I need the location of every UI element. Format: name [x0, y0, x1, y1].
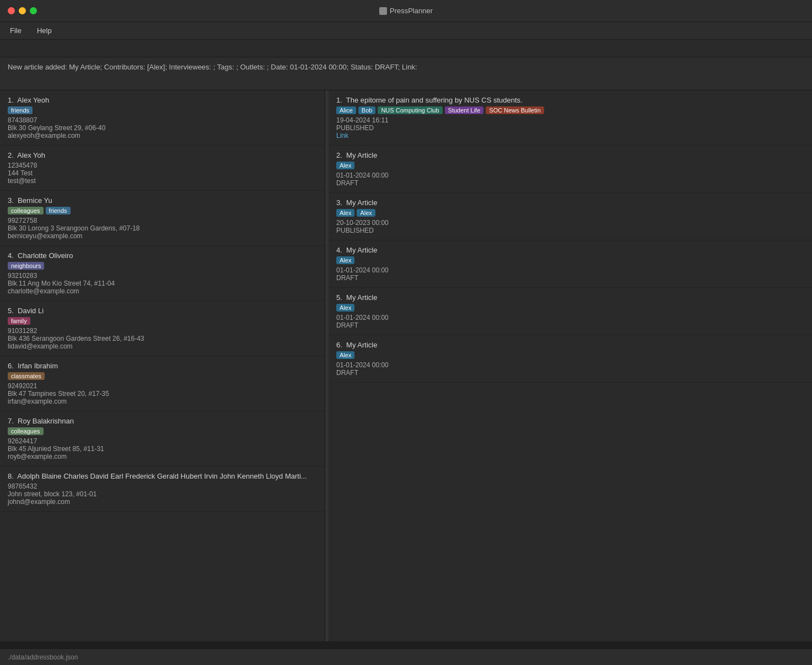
article-date: 01-01-2024 00:00	[336, 266, 804, 274]
titlebar: PressPlanner	[0, 0, 812, 22]
contact-phone: 87438807	[8, 116, 317, 124]
article-item[interactable]: 6. My Article Alex 01-01-2024 00:00 DRAF…	[329, 335, 812, 383]
article-date: 20-10-2023 00:00	[336, 219, 804, 227]
contact-tag: colleagues	[8, 427, 44, 435]
contact-email: test@test	[8, 177, 317, 185]
article-tags: Alex	[336, 162, 804, 169]
article-item[interactable]: 4. My Article Alex 01-01-2024 00:00 DRAF…	[329, 240, 812, 288]
article-status: DRAFT	[336, 179, 804, 187]
contact-tag: family	[8, 317, 30, 325]
contact-email: lidavid@example.com	[8, 342, 317, 350]
contact-item[interactable]: 5. David Li family 91031282 Blk 436 Sera…	[0, 301, 325, 356]
contact-item[interactable]: 8. Adolph Blaine Charles David Earl Fred…	[0, 466, 325, 512]
article-status: DRAFT	[336, 369, 804, 377]
contact-item[interactable]: 4. Charlotte Oliveiro neighbours 9321028…	[0, 246, 325, 301]
article-item[interactable]: 1. The epitome of pain and suffering by …	[329, 90, 812, 146]
contact-tags: colleagues	[8, 427, 317, 435]
menu-help[interactable]: Help	[34, 24, 55, 37]
article-status: PUBLISHED	[336, 227, 804, 234]
contact-name: 6. Irfan Ibrahim	[8, 362, 317, 370]
article-tag: Alex	[336, 304, 354, 312]
notification-text: New article added: My Article; Contribut…	[8, 63, 417, 71]
article-tag: Alex	[336, 209, 354, 217]
contact-email: alexyeoh@example.com	[8, 132, 317, 140]
article-tag: Alex	[336, 256, 354, 264]
contact-address: Blk 11 Ang Mo Kio Street 74, #11-04	[8, 280, 317, 287]
contact-phone: 93210283	[8, 272, 317, 280]
command-input[interactable]	[8, 44, 804, 52]
contact-tag: neighbours	[8, 262, 44, 270]
article-date: 19-04-2024 16:11	[336, 116, 804, 124]
article-tags: AlexAlex	[336, 209, 804, 217]
contact-tags: friends	[8, 106, 317, 114]
contacts-panel: 1. Alex Yeoh friends 87438807 Blk 30 Gey…	[0, 90, 325, 641]
contact-email: charlotte@example.com	[8, 287, 317, 295]
close-button[interactable]	[8, 7, 15, 14]
article-tag: Alice	[336, 106, 356, 114]
article-tags: AliceBobNUS Computing ClubStudent LifeSO…	[336, 106, 804, 114]
contact-address: Blk 30 Geylang Street 29, #06-40	[8, 124, 317, 132]
statusbar-text: ./data/addressbook.json	[8, 653, 78, 661]
contact-email: johnd@example.com	[8, 498, 317, 506]
article-item[interactable]: 2. My Article Alex 01-01-2024 00:00 DRAF…	[329, 146, 812, 193]
contact-item[interactable]: 7. Roy Balakrishnan colleagues 92624417 …	[0, 411, 325, 466]
contact-item[interactable]: 1. Alex Yeoh friends 87438807 Blk 30 Gey…	[0, 90, 325, 146]
contact-address: 144 Test	[8, 169, 317, 177]
maximize-button[interactable]	[30, 7, 37, 14]
contact-tag: friends	[8, 106, 33, 114]
command-bar[interactable]	[0, 40, 812, 57]
contact-name: 5. David Li	[8, 307, 317, 315]
contact-phone: 98765432	[8, 482, 317, 490]
article-tag: Bob	[358, 106, 376, 114]
contact-phone: 92492021	[8, 382, 317, 390]
article-tag: Alex	[336, 162, 354, 169]
article-tag: NUS Computing Club	[378, 106, 442, 114]
contact-phone: 12345478	[8, 162, 317, 169]
article-title: 5. My Article	[336, 293, 804, 302]
contact-item[interactable]: 6. Irfan Ibrahim classmates 92492021 Blk…	[0, 356, 325, 411]
contact-tags: classmates	[8, 372, 317, 380]
article-date: 01-01-2024 00:00	[336, 361, 804, 369]
contact-tags: colleaguesfriends	[8, 207, 317, 214]
contact-address: Blk 45 Aljunied Street 85, #11-31	[8, 445, 317, 453]
contact-email: irfan@example.com	[8, 398, 317, 405]
contact-phone: 91031282	[8, 327, 317, 335]
contact-name: 7. Roy Balakrishnan	[8, 417, 317, 425]
contact-email: berniceyu@example.com	[8, 232, 317, 240]
contact-phone: 92624417	[8, 437, 317, 445]
article-title: 3. My Article	[336, 199, 804, 207]
contact-tag: colleagues	[8, 207, 44, 214]
contact-tag: friends	[46, 207, 71, 214]
article-status: DRAFT	[336, 321, 804, 329]
notification-bar: New article added: My Article; Contribut…	[0, 57, 812, 90]
articles-panel: 1. The epitome of pain and suffering by …	[329, 90, 812, 641]
contact-address: Blk 436 Serangoon Gardens Street 26, #16…	[8, 335, 317, 342]
contact-address: Blk 30 Lorong 3 Serangoon Gardens, #07-1…	[8, 224, 317, 232]
contact-item[interactable]: 3. Bernice Yu colleaguesfriends 99272758…	[0, 191, 325, 246]
article-date: 01-01-2024 00:00	[336, 171, 804, 179]
contact-name: 4. Charlotte Oliveiro	[8, 251, 317, 260]
contact-item[interactable]: 2. Alex Yoh 12345478 144 Test test@test	[0, 146, 325, 191]
article-title: 4. My Article	[336, 246, 804, 254]
article-tags: Alex	[336, 304, 804, 312]
article-item[interactable]: 5. My Article Alex 01-01-2024 00:00 DRAF…	[329, 288, 812, 335]
main-content: 1. Alex Yeoh friends 87438807 Blk 30 Gey…	[0, 90, 812, 641]
article-tag: Student Life	[445, 106, 484, 114]
article-item[interactable]: 3. My Article AlexAlex 20-10-2023 00:00 …	[329, 193, 812, 240]
menubar: File Help	[0, 22, 812, 40]
article-title: 1. The epitome of pain and suffering by …	[336, 96, 804, 104]
minimize-button[interactable]	[19, 7, 26, 14]
contact-phone: 99272758	[8, 217, 317, 224]
app-title: PressPlanner	[379, 7, 433, 15]
article-link[interactable]: Link	[336, 132, 804, 140]
menu-file[interactable]: File	[7, 24, 25, 37]
contact-address: John street, block 123, #01-01	[8, 490, 317, 498]
contact-email: royb@example.com	[8, 453, 317, 460]
contact-tag: classmates	[8, 372, 45, 380]
contact-name: 3. Bernice Yu	[8, 196, 317, 205]
article-date: 01-01-2024 00:00	[336, 314, 804, 321]
article-tags: Alex	[336, 351, 804, 359]
contact-tags: neighbours	[8, 262, 317, 270]
window-controls	[8, 7, 37, 14]
contact-address: Blk 47 Tampines Street 20, #17-35	[8, 390, 317, 398]
